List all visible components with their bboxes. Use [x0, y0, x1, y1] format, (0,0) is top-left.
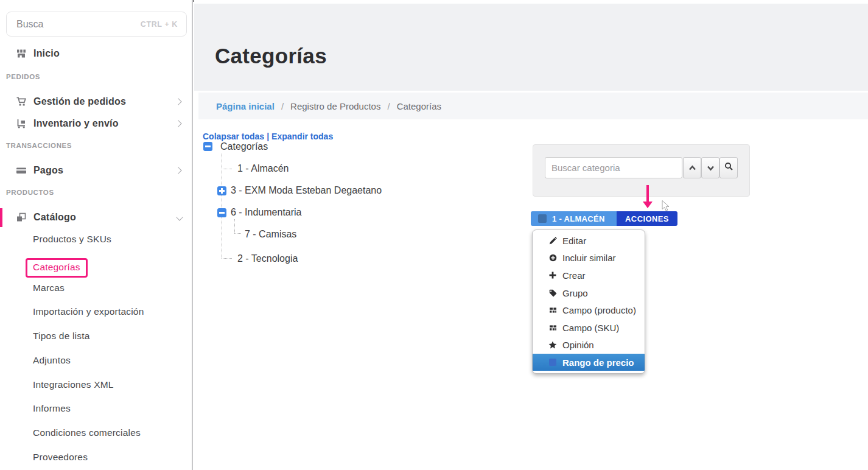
tree-connector	[234, 219, 235, 233]
menu-item-crear[interactable]: Crear	[533, 267, 645, 284]
chevron-down-icon	[707, 163, 715, 174]
category-search-panel	[533, 144, 750, 197]
sidebar-item-label: Catálogo	[33, 212, 76, 223]
store-icon	[16, 48, 27, 59]
catalog-icon	[16, 212, 27, 223]
next-match-button[interactable]	[701, 157, 719, 178]
menu-item-campo-producto[interactable]: Campo (producto)	[533, 301, 645, 319]
menu-item-editar[interactable]: Editar	[533, 232, 645, 250]
tree-root-label[interactable]: Categorías	[220, 141, 268, 152]
sidebar-item-adjuntos[interactable]: Adjuntos	[33, 355, 71, 366]
category-search-input[interactable]	[545, 157, 682, 178]
chevron-down-icon	[176, 214, 183, 220]
tree-item-indumentaria[interactable]: 6 - Indumentaria	[231, 207, 302, 218]
search-category-button[interactable]	[719, 157, 738, 178]
vtex-admin-screen: Busca CTRL + K Inicio PEDIDOS Gestión de…	[0, 0, 868, 470]
tree-collapse-icon[interactable]	[217, 208, 226, 217]
expand-all-link[interactable]: Expandir todas	[271, 132, 333, 141]
sidebar-section-transacciones: TRANSACCIONES	[6, 142, 72, 149]
sidebar-item-label: Gestión de pedidos	[33, 96, 126, 107]
plus-icon	[548, 272, 557, 279]
sidebar-item-label: Inicio	[33, 48, 60, 59]
annotation-arrow	[642, 185, 653, 208]
menu-item-rango-de-precio[interactable]: Rango de precio	[533, 354, 645, 371]
tag-icon	[548, 289, 557, 297]
breadcrumb: Página inicial / Registro de Productos /…	[198, 93, 868, 119]
cart-icon	[16, 96, 27, 107]
sidebar-item-proveedores[interactable]: Proveedores	[33, 452, 88, 463]
search-input[interactable]: Busca CTRL + K	[6, 12, 187, 37]
sidebar-item-gestion-de-pedidos[interactable]: Gestión de pedidos	[0, 93, 193, 110]
category-color-icon	[538, 214, 547, 223]
chevron-up-icon	[688, 163, 696, 174]
grid-icon	[548, 306, 557, 314]
sidebar-item-inicio[interactable]: Inicio	[0, 45, 193, 62]
menu-item-grupo[interactable]: Grupo	[533, 284, 645, 302]
grid-icon	[548, 324, 557, 332]
menu-item-incluir-similar[interactable]: Incluir similar	[533, 250, 645, 267]
chevron-right-icon	[175, 167, 181, 174]
collapse-all-link[interactable]: Colapsar todas	[203, 132, 264, 141]
tree-collapse-icon[interactable]	[203, 142, 212, 151]
tree-item-camisas[interactable]: 7 - Camisas	[245, 229, 296, 240]
chevron-right-icon	[175, 98, 181, 105]
link-separator: |	[267, 132, 269, 141]
annotation-highlight-box: Categorías	[26, 258, 88, 278]
tree-expand-icon[interactable]	[217, 186, 226, 195]
tree-connector	[234, 233, 241, 234]
tree-connector	[222, 258, 232, 259]
sidebar-item-categorias[interactable]: Categorías	[33, 258, 88, 278]
annotation-arrow-stem	[646, 185, 649, 202]
plus-circle-icon	[548, 254, 557, 262]
credit-card-icon	[16, 165, 27, 176]
sidebar-item-integraciones-xml[interactable]: Integraciones XML	[33, 379, 114, 390]
previous-match-button[interactable]	[683, 157, 701, 178]
actions-dropdown-menu: Editar Incluir similar Crear Grupo Campo…	[532, 230, 645, 374]
search-placeholder: Busca	[16, 19, 43, 30]
annotation-arrow-head	[643, 202, 653, 208]
sidebar-item-label: Inventario y envío	[33, 118, 119, 129]
mouse-cursor	[662, 200, 670, 214]
breadcrumb-separator: /	[281, 101, 284, 111]
breadcrumb-separator: /	[387, 101, 390, 111]
sidebar-item-marcas[interactable]: Marcas	[33, 282, 65, 293]
sidebar-item-productos-y-skus[interactable]: Productos y SKUs	[33, 234, 111, 245]
sidebar-item-inventario-y-envio[interactable]: Inventario y envío	[0, 115, 193, 132]
sidebar-section-productos: PRODUCTOS	[6, 189, 54, 196]
pallet-icon	[16, 118, 27, 129]
tree-item-almacen[interactable]: 1 - Almacén	[237, 163, 289, 174]
menu-item-campo-sku[interactable]: Campo (SKU)	[533, 319, 645, 337]
sidebar-item-pagos[interactable]: Pagos	[0, 162, 193, 179]
sidebar-item-catalogo[interactable]: Catálogo	[0, 209, 193, 226]
search-icon	[724, 162, 733, 174]
pencil-icon	[548, 237, 557, 245]
sidebar: Busca CTRL + K Inicio PEDIDOS Gestión de…	[0, 0, 193, 470]
page-title: Categorías	[215, 44, 327, 68]
sidebar-item-condiciones-comerciales[interactable]: Condiciones comerciales	[33, 427, 141, 438]
selected-category-bar: 1 - ALMACÉN	[531, 211, 617, 226]
tree-item-exm-moda[interactable]: 3 - EXM Moda Esteban Degaetano	[231, 185, 382, 196]
search-shortcut: CTRL + K	[141, 20, 178, 29]
breadcrumb-item-categorias: Categorías	[397, 101, 441, 111]
selected-category-label: 1 - ALMACÉN	[552, 214, 605, 223]
sidebar-item-tipos-de-lista[interactable]: Tipos de lista	[33, 331, 90, 342]
sidebar-item-importacion-y-exportacion[interactable]: Importación y exportación	[33, 306, 144, 317]
sidebar-item-label: Pagos	[33, 165, 63, 176]
star-icon	[548, 341, 557, 349]
breadcrumb-link-pagina-inicial[interactable]: Página inicial	[216, 101, 275, 111]
menu-item-opinion[interactable]: Opinión	[533, 337, 645, 354]
chevron-right-icon	[175, 120, 181, 127]
breadcrumb-item-registro-de-productos: Registro de Productos	[290, 101, 380, 111]
sidebar-section-pedidos: PEDIDOS	[6, 73, 40, 80]
tree-links: Colapsar todas|Expandir todas	[203, 132, 333, 141]
sidebar-item-informes[interactable]: Informes	[33, 403, 71, 414]
tree-item-tecnologia[interactable]: 2 - Tecnologia	[237, 253, 298, 264]
tree-connector	[222, 169, 232, 169]
square-icon	[548, 359, 557, 366]
